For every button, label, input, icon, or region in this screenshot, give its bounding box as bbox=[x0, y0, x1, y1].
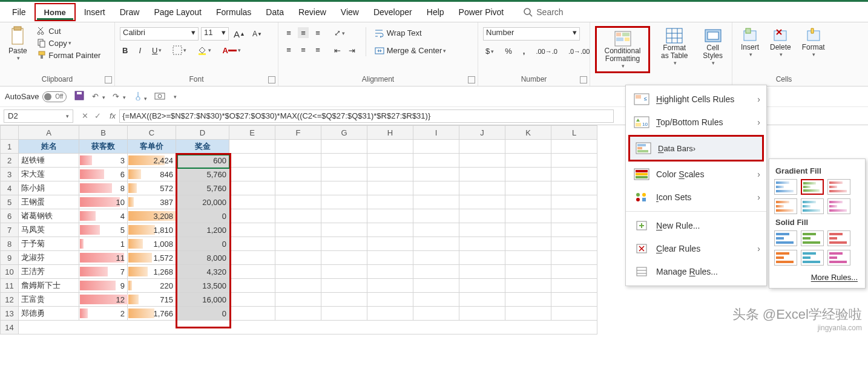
cell[interactable] bbox=[413, 223, 459, 237]
cell[interactable] bbox=[459, 140, 505, 154]
col-header-E[interactable]: E bbox=[229, 126, 275, 140]
tab-formulas[interactable]: Formulas bbox=[209, 4, 258, 21]
col-header-A[interactable]: A bbox=[19, 126, 79, 140]
cell[interactable] bbox=[551, 209, 597, 223]
cancel-formula-button[interactable]: ✕ bbox=[82, 111, 88, 120]
databar-gradient-red[interactable] bbox=[827, 179, 850, 195]
row-header-4[interactable]: 4 bbox=[1, 181, 19, 195]
cf-top-bottom-rules[interactable]: 10 Top/Bottom Rules› bbox=[626, 111, 766, 134]
col-header-C[interactable]: C bbox=[128, 126, 176, 140]
cell-A13[interactable]: 郑德勇 bbox=[19, 307, 79, 321]
percent-format-button[interactable]: % bbox=[502, 45, 515, 57]
cell[interactable] bbox=[505, 251, 551, 265]
databar-solid-green[interactable] bbox=[801, 230, 824, 246]
font-name-combo[interactable]: Calibri ▾ bbox=[120, 27, 199, 41]
row-header-3[interactable]: 3 bbox=[1, 168, 19, 181]
cell-B2[interactable]: 3 bbox=[79, 154, 128, 168]
cell[interactable] bbox=[505, 209, 551, 223]
col-header-L[interactable]: L bbox=[551, 126, 597, 140]
cell[interactable] bbox=[229, 265, 275, 279]
cell-D9[interactable]: 8,000 bbox=[176, 251, 229, 265]
cell[interactable] bbox=[321, 307, 367, 321]
cell[interactable] bbox=[229, 154, 275, 168]
cell[interactable] bbox=[551, 293, 597, 307]
row-header-5[interactable]: 5 bbox=[1, 195, 19, 209]
cell[interactable] bbox=[505, 195, 551, 209]
cell-D12[interactable]: 16,000 bbox=[176, 293, 229, 307]
cell-D7[interactable]: 1,200 bbox=[176, 223, 229, 237]
cell-C3[interactable]: 846 bbox=[128, 168, 176, 181]
cell-C10[interactable]: 1,268 bbox=[128, 265, 176, 279]
cell[interactable] bbox=[459, 223, 505, 237]
format-painter-button[interactable]: Format Painter bbox=[35, 49, 104, 61]
tab-power-pivot[interactable]: Power Pivot bbox=[452, 4, 511, 21]
row-header-13[interactable]: 13 bbox=[1, 307, 19, 321]
cell[interactable] bbox=[229, 181, 275, 195]
cell[interactable] bbox=[275, 168, 321, 181]
cell-D10[interactable]: 4,320 bbox=[176, 265, 229, 279]
row-header-9[interactable]: 9 bbox=[1, 251, 19, 265]
align-top-button[interactable]: ≡ bbox=[283, 27, 294, 38]
col-header-I[interactable]: I bbox=[413, 126, 459, 140]
cell-A10[interactable]: 王洁芳 bbox=[19, 265, 79, 279]
cut-button[interactable]: Cut bbox=[35, 25, 104, 37]
cell[interactable] bbox=[413, 307, 459, 321]
cell-C6[interactable]: 3,208 bbox=[128, 209, 176, 223]
accounting-format-button[interactable]: $▾ bbox=[483, 45, 496, 57]
qat-customize[interactable]: ▾ bbox=[174, 94, 177, 100]
col-header-F[interactable]: F bbox=[275, 126, 321, 140]
cell[interactable] bbox=[275, 293, 321, 307]
cell[interactable] bbox=[229, 307, 275, 321]
tab-view[interactable]: View bbox=[334, 4, 366, 21]
col-header-J[interactable]: J bbox=[459, 126, 505, 140]
number-format-combo[interactable]: Number▾ bbox=[483, 27, 580, 41]
cell-A9[interactable]: 龙淑芬 bbox=[19, 251, 79, 265]
cell[interactable] bbox=[505, 293, 551, 307]
cell-D1[interactable]: 奖金 bbox=[176, 140, 229, 154]
cf-highlight-rules[interactable]: ≤ Highlight Cells Rules› bbox=[626, 88, 766, 111]
formula-input[interactable]: {=MAX((B2>=$N$27:$N$30)*$O$27:$O$30)*MAX… bbox=[119, 109, 614, 123]
more-rules-link[interactable]: More Rules... bbox=[774, 269, 860, 283]
cell-B7[interactable]: 5 bbox=[79, 223, 128, 237]
cell[interactable] bbox=[367, 251, 413, 265]
cell[interactable] bbox=[413, 293, 459, 307]
row-header-14[interactable]: 14 bbox=[1, 321, 19, 334]
cell[interactable] bbox=[321, 154, 367, 168]
name-box[interactable]: D2▾ bbox=[4, 109, 73, 123]
cell[interactable] bbox=[321, 195, 367, 209]
cell[interactable] bbox=[505, 307, 551, 321]
cell[interactable] bbox=[367, 265, 413, 279]
databar-solid-purple[interactable] bbox=[827, 250, 850, 266]
cell[interactable] bbox=[413, 265, 459, 279]
cell[interactable] bbox=[275, 154, 321, 168]
cell[interactable] bbox=[229, 279, 275, 293]
cell[interactable] bbox=[551, 195, 597, 209]
cell-D4[interactable]: 5,760 bbox=[176, 181, 229, 195]
cell-B8[interactable]: 1 bbox=[79, 237, 128, 251]
cell-C12[interactable]: 715 bbox=[128, 293, 176, 307]
databar-solid-red[interactable] bbox=[827, 230, 850, 246]
tab-data[interactable]: Data bbox=[258, 4, 291, 21]
cell[interactable] bbox=[551, 223, 597, 237]
row-header-11[interactable]: 11 bbox=[1, 279, 19, 293]
cell-C7[interactable]: 1,810 bbox=[128, 223, 176, 237]
tab-home[interactable]: Home bbox=[37, 5, 73, 20]
cell[interactable] bbox=[229, 237, 275, 251]
cell[interactable] bbox=[367, 181, 413, 195]
cell[interactable] bbox=[413, 181, 459, 195]
cell-B12[interactable]: 12 bbox=[79, 293, 128, 307]
cell-A5[interactable]: 王钢蛋 bbox=[19, 195, 79, 209]
cf-icon-sets[interactable]: Icon Sets› bbox=[626, 186, 766, 209]
cell[interactable] bbox=[275, 209, 321, 223]
databar-gradient-lightblue[interactable] bbox=[801, 198, 824, 214]
decrease-decimal-button[interactable]: .0→.00 bbox=[566, 47, 592, 56]
cell-A4[interactable]: 陈小娟 bbox=[19, 181, 79, 195]
cf-data-bars[interactable]: Data Bars› bbox=[630, 137, 762, 160]
cell[interactable] bbox=[275, 140, 321, 154]
col-header-B[interactable]: B bbox=[79, 126, 128, 140]
cell[interactable] bbox=[19, 321, 597, 334]
cell-B4[interactable]: 8 bbox=[79, 181, 128, 195]
cell[interactable] bbox=[229, 209, 275, 223]
cell[interactable] bbox=[275, 181, 321, 195]
cell-C5[interactable]: 387 bbox=[128, 195, 176, 209]
